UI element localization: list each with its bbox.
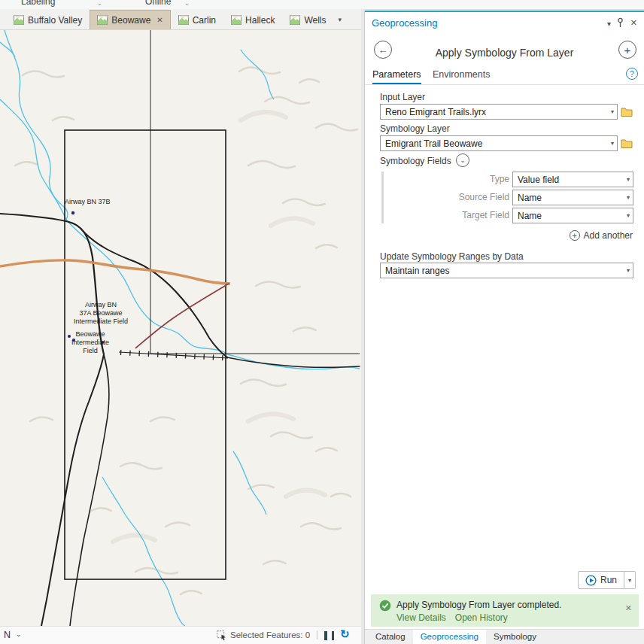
- tab-symbology[interactable]: Symbology: [486, 630, 544, 644]
- close-notification-icon[interactable]: ✕: [625, 603, 632, 613]
- update-ranges-value: Maintain ranges: [385, 266, 449, 276]
- boundary-lines: [150, 30, 360, 354]
- chevron-down-icon: ▾: [611, 140, 614, 147]
- map-tab-beowawe[interactable]: Beowawe ✕: [90, 10, 170, 29]
- pin-icon[interactable]: [616, 17, 624, 28]
- map-label: Intermediate: [71, 339, 109, 346]
- symbology-fields-label: Symbology Fields: [380, 156, 451, 166]
- pane-accent-line: [365, 11, 644, 12]
- arcgis-pro-window: Labeling ⌄ Offline ⌄ Buffalo Valley Beow…: [0, 0, 644, 644]
- chevron-down-icon: ▾: [611, 108, 614, 115]
- view-details-link[interactable]: View Details: [396, 612, 446, 623]
- map-tab-buffalo-valley[interactable]: Buffalo Valley: [6, 10, 90, 29]
- terrain-hills: [113, 112, 325, 542]
- maroon-trail-line: [135, 284, 229, 348]
- folder-icon: [621, 138, 633, 148]
- help-icon: ?: [630, 69, 634, 78]
- separator: |: [316, 629, 318, 639]
- ribbon-group-offline[interactable]: Offline: [145, 0, 171, 7]
- pane-title: Geoprocessing: [372, 17, 437, 29]
- folder-icon: [621, 107, 633, 117]
- plus-icon: +: [570, 230, 580, 241]
- add-another-label: Add another: [584, 230, 633, 241]
- chevron-down-icon: ▾: [628, 577, 631, 584]
- tab-environments[interactable]: Environments: [433, 69, 490, 83]
- status-bar: N ⌄ Selected Features: 0 | ↻: [0, 626, 361, 644]
- chevron-down-icon: ⌄: [460, 156, 466, 164]
- browse-input-layer-button[interactable]: [620, 105, 633, 118]
- selection-icon: [217, 630, 227, 641]
- target-field-value: Name: [518, 211, 542, 221]
- map-tab-carlin[interactable]: Carlin: [171, 10, 223, 29]
- tool-title: Apply Symbology From Layer: [396, 47, 612, 59]
- close-tab-icon[interactable]: ✕: [156, 16, 163, 24]
- type-label: Type: [395, 174, 509, 184]
- tab-geoprocessing[interactable]: Geoprocessing: [413, 630, 486, 644]
- collapse-symbology-fields-button[interactable]: ⌄: [456, 153, 469, 167]
- group-indent-bar: [381, 172, 384, 223]
- back-button[interactable]: ←: [374, 41, 392, 59]
- symbology-layer-select[interactable]: Emigrant Trail Beowawe ▾: [380, 135, 618, 151]
- map-tab-label: Buffalo Valley: [28, 15, 82, 26]
- selected-features-count[interactable]: Selected Features: 0: [230, 630, 310, 639]
- map-view[interactable]: Airway BN 37B Airway BN 37A Beowawe Inte…: [0, 30, 361, 626]
- map-tab-label: Carlin: [193, 15, 216, 26]
- map-label: 37A Beowawe: [79, 309, 122, 317]
- map-tab-label: Wells: [304, 15, 326, 26]
- coordinate-readout: N: [4, 630, 11, 640]
- dialog-launcher-icon[interactable]: ⌄: [184, 0, 190, 7]
- map-tab-wells[interactable]: Wells: [282, 10, 333, 29]
- map-tab-halleck[interactable]: Halleck: [223, 10, 282, 29]
- run-options-dropdown[interactable]: ▾: [624, 571, 636, 589]
- type-value: Value field: [518, 175, 559, 185]
- source-field-value: Name: [518, 193, 542, 203]
- map-tab-label: Halleck: [245, 15, 275, 26]
- pause-drawing-button[interactable]: [324, 631, 334, 642]
- symbology-layer-value: Emigrant Trail Beowawe: [385, 138, 482, 149]
- chevron-down-icon: ▾: [627, 212, 630, 219]
- pause-icon: [332, 631, 335, 640]
- tab-overflow-chevron-icon[interactable]: ▾: [339, 16, 342, 23]
- pane-menu-chevron-icon[interactable]: ▾: [607, 20, 611, 28]
- dialog-launcher-icon[interactable]: ⌄: [97, 0, 102, 7]
- map-label: Intermediate Field: [74, 317, 128, 325]
- update-ranges-select[interactable]: Maintain ranges ▾: [380, 263, 633, 278]
- pause-icon: [324, 631, 327, 640]
- target-field-label: Target Field: [395, 210, 509, 220]
- coordinate-units-chevron-icon[interactable]: ⌄: [16, 630, 22, 638]
- map-icon: [290, 15, 300, 25]
- open-history-link[interactable]: Open History: [455, 612, 508, 623]
- open-another-tool-button[interactable]: +: [618, 41, 636, 59]
- success-check-icon: [379, 600, 391, 612]
- pane-tab-strip: Catalog Geoprocessing Symbology: [365, 629, 644, 644]
- target-field-select[interactable]: Name ▾: [512, 208, 633, 223]
- run-button[interactable]: Run: [578, 571, 624, 589]
- notification-links: View Details Open History: [396, 612, 508, 623]
- run-play-icon: [585, 575, 597, 586]
- browse-symbology-layer-button[interactable]: [620, 137, 633, 150]
- type-select[interactable]: Value field ▾: [512, 172, 633, 187]
- railroad: [119, 352, 228, 358]
- map-label: Beowawe: [75, 330, 105, 338]
- input-layer-value: Reno Emigrant Trails.lyrx: [385, 107, 486, 117]
- completion-notification: Apply Symbology From Layer completed. Vi…: [371, 594, 639, 627]
- map-tab-label: Beowawe: [111, 15, 150, 26]
- input-layer-label: Input Layer: [380, 92, 425, 102]
- map-canvas: Airway BN 37B Airway BN 37A Beowawe Inte…: [0, 30, 361, 626]
- help-button[interactable]: ?: [626, 68, 638, 80]
- map-icon: [97, 15, 108, 25]
- map-label: Airway BN: [85, 301, 117, 308]
- refresh-icon[interactable]: ↻: [340, 627, 350, 641]
- source-field-select[interactable]: Name ▾: [512, 190, 633, 205]
- tab-catalog[interactable]: Catalog: [368, 630, 413, 644]
- tab-parameters[interactable]: Parameters: [372, 69, 421, 84]
- geoprocessing-pane: Geoprocessing ▾ ✕ ← Apply Symbology From…: [364, 11, 644, 644]
- ribbon-group-labeling[interactable]: Labeling: [21, 0, 55, 7]
- chevron-down-icon: ▾: [627, 194, 630, 201]
- map-label: Field: [83, 347, 98, 354]
- close-pane-icon[interactable]: ✕: [630, 18, 637, 28]
- input-layer-select[interactable]: Reno Emigrant Trails.lyrx ▾: [380, 104, 618, 120]
- add-another-button[interactable]: + Add another: [570, 230, 633, 241]
- map-icon: [14, 15, 24, 25]
- run-label: Run: [600, 575, 617, 585]
